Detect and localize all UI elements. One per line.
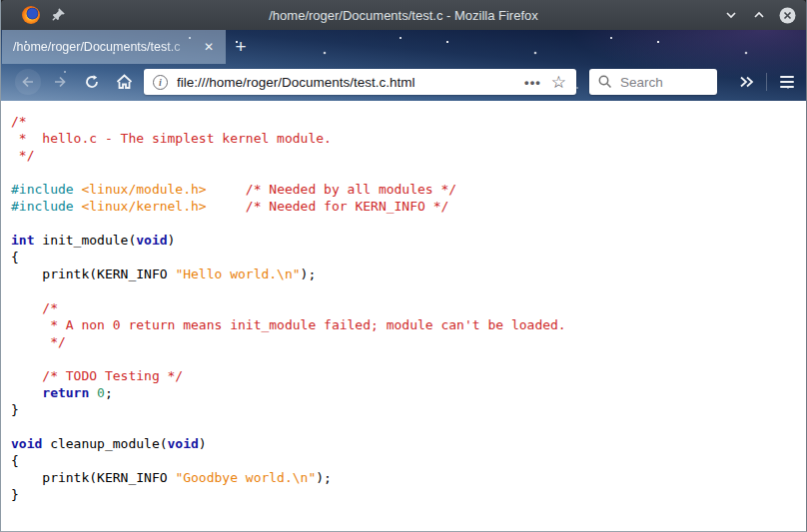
tab-close-icon[interactable]: ✕ — [199, 37, 219, 57]
browser-window: /home/roger/Documents/test.c - Mozilla F… — [0, 0, 807, 532]
window-title: /home/roger/Documents/test.c - Mozilla F… — [1, 8, 806, 23]
reload-icon[interactable] — [79, 69, 105, 95]
window-titlebar: /home/roger/Documents/test.c - Mozilla F… — [1, 0, 806, 30]
new-tab-button[interactable]: + — [228, 35, 254, 59]
tab-bar: /home/roger/Documents/test.c ✕ + — [1, 30, 806, 64]
back-button[interactable] — [15, 69, 41, 95]
page-actions-icon[interactable]: ••• — [524, 75, 541, 90]
browser-chrome: /home/roger/Documents/test.c ✕ + — [1, 30, 806, 101]
toolbar-separator — [766, 73, 767, 91]
tab-title: /home/roger/Documents/test.c — [13, 40, 199, 54]
close-button[interactable] — [776, 4, 798, 26]
overflow-chevron-icon[interactable] — [733, 69, 759, 95]
home-icon[interactable] — [111, 69, 137, 95]
url-bar[interactable]: i ••• ☆ — [144, 69, 576, 95]
hamburger-menu-icon[interactable] — [774, 69, 800, 95]
site-info-icon[interactable]: i — [153, 75, 168, 90]
search-box[interactable] — [589, 69, 717, 95]
search-input[interactable] — [620, 75, 717, 90]
window-controls — [720, 0, 798, 30]
bookmark-star-icon[interactable]: ☆ — [551, 74, 566, 91]
navigation-toolbar: i ••• ☆ — [1, 64, 806, 101]
minimize-button[interactable] — [720, 4, 742, 26]
search-icon — [597, 74, 613, 90]
url-input[interactable] — [177, 75, 524, 90]
maximize-button[interactable] — [748, 4, 770, 26]
forward-button[interactable] — [47, 69, 73, 95]
tab-active[interactable]: /home/roger/Documents/test.c ✕ — [2, 30, 226, 64]
page-content: /* * hello.c - The simplest kernel modul… — [1, 101, 806, 531]
code-block: /* * hello.c - The simplest kernel modul… — [11, 113, 806, 503]
